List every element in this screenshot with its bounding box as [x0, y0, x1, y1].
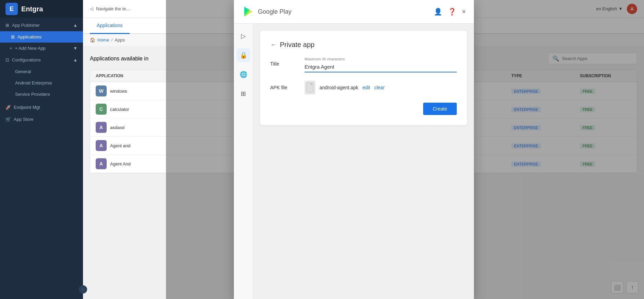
- app-name-agent-and-1: Agent and: [110, 143, 130, 148]
- app-name-calculator: calculator: [110, 107, 129, 112]
- tab-applications-label: Applications: [97, 23, 123, 28]
- configurations-label: Configurations: [12, 57, 41, 62]
- back-arrow-button[interactable]: ←: [270, 41, 276, 48]
- sidebar-header: E Entgra: [0, 0, 83, 18]
- gp-logo: Google Play: [242, 5, 291, 18]
- service-providers-label: Service Providers: [15, 92, 50, 97]
- home-icon: 🏠: [90, 37, 95, 43]
- apk-clear-link[interactable]: clear: [374, 85, 384, 90]
- navigate-icon: ◁: [90, 6, 93, 11]
- sidebar-configurations-group[interactable]: ⊡ Configurations ▲: [0, 54, 83, 66]
- private-app-title-bar: ← Private app: [270, 41, 457, 49]
- google-play-modal: Google Play 👤 ❓ × ▷ 🔒 🌐 ⊞ ← Private app: [234, 0, 474, 299]
- right-overlay: [474, 0, 644, 299]
- sidebar-item-android-enterprise[interactable]: Android Enterprise: [0, 77, 83, 89]
- app-icon-agent-and-2: A: [96, 158, 107, 169]
- available-label: Applications available in: [90, 56, 148, 62]
- gp-nav-play[interactable]: ▷: [237, 29, 250, 43]
- sidebar-item-endpoint-mgt[interactable]: 🚀 Endpoint Mgt: [0, 101, 83, 113]
- sidebar-item-general[interactable]: General: [0, 66, 83, 77]
- title-input[interactable]: [305, 62, 457, 72]
- store-icon: 🛒: [5, 117, 11, 122]
- gp-modal-header: Google Play 👤 ❓ ×: [234, 0, 474, 24]
- gp-nav-globe[interactable]: 🌐: [237, 68, 250, 81]
- chevron-up-icon-2: ▲: [73, 57, 77, 62]
- top-bar-left: ◁ Navigate the te...: [90, 6, 130, 11]
- apk-edit-link[interactable]: edit: [362, 85, 370, 90]
- app-publisher-label: App Publisher: [12, 23, 40, 28]
- apk-filename: android-agent.apk: [320, 85, 358, 90]
- title-hint: Maximum 30 characters: [305, 57, 457, 61]
- chevron-down-icon: ▼: [73, 46, 77, 51]
- private-app-card: ← Private app Title Maximum 30 character…: [260, 31, 467, 125]
- sidebar-logo: E: [5, 3, 18, 15]
- grid-icon: ⊞: [5, 23, 9, 28]
- breadcrumb-separator: /: [111, 37, 113, 43]
- logo-letter: E: [10, 5, 14, 13]
- apk-form-row: APK file android-agent.apk edit: [270, 81, 457, 94]
- sidebar-item-applications[interactable]: ⊞ Applications: [0, 31, 83, 43]
- title-field-container: Maximum 30 characters: [305, 57, 457, 72]
- brand-name: Entgra: [21, 5, 43, 13]
- sidebar-item-service-providers[interactable]: Service Providers: [0, 89, 83, 100]
- apk-file-icon: [305, 81, 315, 94]
- apk-label: APK file: [270, 81, 298, 90]
- sidebar-app-publisher-group[interactable]: ⊞ App Publisher ▲: [0, 19, 83, 31]
- gp-main: ← Private app Title Maximum 30 character…: [253, 24, 474, 299]
- app-icon-windows: W: [96, 85, 107, 96]
- help-icon[interactable]: ❓: [448, 8, 456, 16]
- gp-sidebar: ▷ 🔒 🌐 ⊞: [234, 24, 253, 299]
- gp-nav-grid[interactable]: ⊞: [237, 87, 250, 101]
- tab-applications[interactable]: Applications: [90, 18, 130, 34]
- gp-title: Google Play: [258, 8, 291, 15]
- chevron-up-icon: ▲: [73, 23, 77, 28]
- title-label: Title: [270, 57, 298, 67]
- left-overlay: [166, 0, 234, 299]
- sidebar-item-add-new-app[interactable]: + + Add New App ▼: [0, 43, 83, 54]
- endpoint-mgt-label: Endpoint Mgt: [14, 105, 40, 110]
- gp-header-icons: 👤 ❓ ×: [434, 8, 466, 16]
- general-label: General: [15, 69, 31, 74]
- plus-icon: +: [10, 46, 12, 51]
- app-name-windows: windows: [110, 89, 127, 94]
- grid-small-icon: ⊞: [11, 34, 15, 39]
- title-form-row: Title Maximum 30 characters: [270, 57, 457, 72]
- add-new-app-label: + Add New App: [15, 46, 46, 51]
- user-settings-icon[interactable]: 👤: [434, 8, 442, 16]
- breadcrumb-apps: Apps: [115, 37, 125, 43]
- app-name-asdasd: asdasd: [110, 125, 124, 130]
- table-icon: ⊡: [5, 57, 9, 62]
- svg-rect-1: [307, 83, 313, 92]
- create-button[interactable]: Create: [423, 103, 457, 115]
- sidebar-collapse-button[interactable]: ‹: [79, 285, 87, 294]
- main-content: ◁ Navigate the te... en English ▼ A Appl…: [83, 0, 644, 299]
- rocket-icon: 🚀: [5, 105, 11, 110]
- gp-body: ▷ 🔒 🌐 ⊞ ← Private app Title Maximum 30 c…: [234, 24, 474, 299]
- app-icon-asdasd: A: [96, 122, 107, 133]
- sidebar: E Entgra ⊞ App Publisher ▲ ⊞ Application…: [0, 0, 83, 299]
- android-enterprise-label: Android Enterprise: [15, 80, 52, 85]
- app-icon-calculator: C: [96, 104, 107, 115]
- google-play-icon: [242, 5, 254, 18]
- breadcrumb-home[interactable]: Home: [97, 37, 109, 43]
- sidebar-app-publisher-section: ⊞ App Publisher ▲ ⊞ Applications + + Add…: [0, 18, 83, 101]
- private-app-title: Private app: [280, 41, 314, 49]
- app-store-label: App Store: [14, 117, 34, 122]
- apk-row: android-agent.apk edit clear: [305, 81, 457, 94]
- gp-close-button[interactable]: ×: [462, 8, 466, 15]
- applications-label: Applications: [17, 34, 41, 39]
- sidebar-item-app-store[interactable]: 🛒 App Store: [0, 113, 83, 125]
- navigate-label: Navigate the te...: [96, 6, 130, 11]
- gp-nav-lock[interactable]: 🔒: [237, 48, 250, 62]
- app-icon-agent-and-1: A: [96, 140, 107, 151]
- app-name-agent-and-2: Agent And: [110, 161, 131, 166]
